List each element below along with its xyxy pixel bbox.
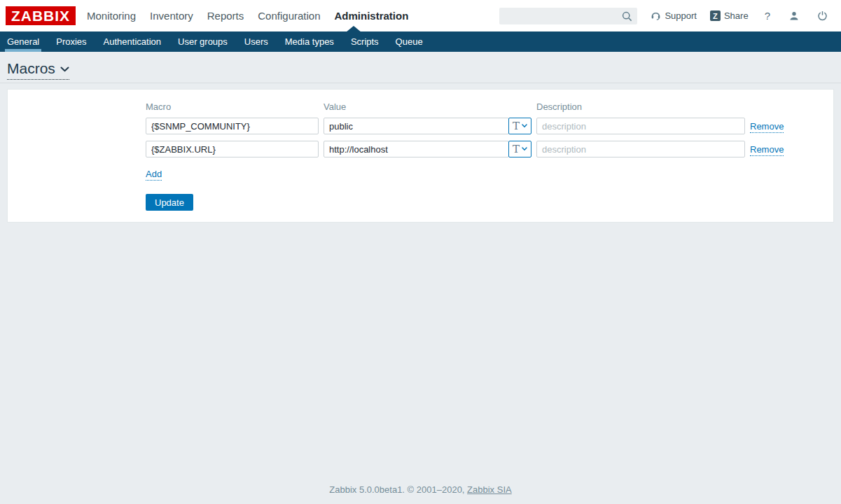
subnav-item-proxies[interactable]: Proxies — [54, 31, 88, 52]
help-icon[interactable]: ? — [762, 10, 773, 22]
macro-value-input[interactable] — [324, 118, 509, 134]
top-header: ZABBIX Monitoring Inventory Reports Conf… — [0, 0, 841, 31]
macro-name-input[interactable] — [146, 118, 319, 134]
macro-value-input[interactable] — [324, 141, 509, 158]
support-link[interactable]: Support — [651, 10, 697, 22]
chevron-down-icon — [522, 124, 527, 128]
text-type-glyph: T — [513, 144, 520, 155]
page-title: Macros — [7, 60, 55, 77]
page-title-dropdown[interactable]: Macros — [7, 60, 69, 80]
share-link[interactable]: Z Share — [710, 10, 749, 21]
column-header-description: Description — [536, 102, 745, 111]
macro-description-input[interactable] — [536, 141, 745, 158]
nav-item-administration[interactable]: Administration — [334, 0, 410, 31]
macro-row — [146, 141, 319, 158]
footer-version-text: Zabbix 5.0.0beta1. © 2001–2020, — [329, 484, 464, 495]
add-macro-link[interactable]: Add — [146, 169, 162, 181]
column-header-value: Value — [324, 102, 531, 111]
remove-macro-link[interactable]: Remove — [750, 121, 784, 133]
support-label: Support — [665, 10, 697, 21]
zabbix-sia-link[interactable]: Zabbix SIA — [467, 484, 512, 495]
macro-name-input[interactable] — [146, 141, 319, 158]
remove-macro-link[interactable]: Remove — [750, 144, 784, 156]
search-input[interactable] — [499, 8, 637, 24]
user-profile-icon[interactable] — [786, 10, 802, 22]
macros-form-grid: Macro Value Description T Remove — [146, 102, 819, 158]
macro-value-group: T — [324, 141, 531, 158]
subnav-item-queue[interactable]: Queue — [394, 31, 425, 52]
title-bar: Macros — [0, 52, 841, 83]
logout-power-icon[interactable] — [815, 10, 830, 21]
subnav-item-media-types[interactable]: Media types — [283, 31, 336, 52]
nav-item-monitoring[interactable]: Monitoring — [86, 0, 137, 31]
nav-item-inventory[interactable]: Inventory — [149, 0, 194, 31]
macro-value-group: T — [324, 118, 531, 134]
global-search — [499, 8, 637, 24]
page-footer: Zabbix 5.0.0beta1. © 2001–2020, Zabbix S… — [0, 484, 841, 495]
macro-row — [146, 118, 319, 134]
update-button[interactable]: Update — [146, 194, 193, 211]
active-section-pointer — [346, 26, 361, 32]
share-label: Share — [724, 10, 749, 21]
subnav-item-authentication[interactable]: Authentication — [102, 31, 163, 52]
subnav-item-scripts[interactable]: Scripts — [349, 31, 381, 52]
search-icon[interactable] — [622, 11, 632, 24]
subnav-item-user-groups[interactable]: User groups — [176, 31, 230, 52]
macro-description-input[interactable] — [536, 118, 745, 134]
header-right-cluster: Support Z Share ? — [499, 8, 830, 24]
subnav-item-users[interactable]: Users — [242, 31, 270, 52]
z-badge-icon: Z — [710, 10, 721, 21]
nav-item-reports[interactable]: Reports — [207, 0, 245, 31]
nav-item-configuration[interactable]: Configuration — [257, 0, 321, 31]
text-type-glyph: T — [513, 121, 520, 132]
subnav-item-general[interactable]: General — [5, 31, 41, 52]
column-header-macro: Macro — [146, 102, 319, 111]
admin-subnav: General Proxies Authentication User grou… — [0, 31, 841, 52]
value-type-select[interactable]: T — [508, 118, 531, 134]
value-type-select[interactable]: T — [508, 141, 531, 158]
zabbix-logo[interactable]: ZABBIX — [6, 6, 76, 25]
chevron-down-icon — [522, 147, 527, 151]
macros-panel: Macro Value Description T Remove — [7, 89, 834, 223]
chevron-down-icon — [60, 62, 69, 75]
headset-icon — [651, 10, 661, 22]
